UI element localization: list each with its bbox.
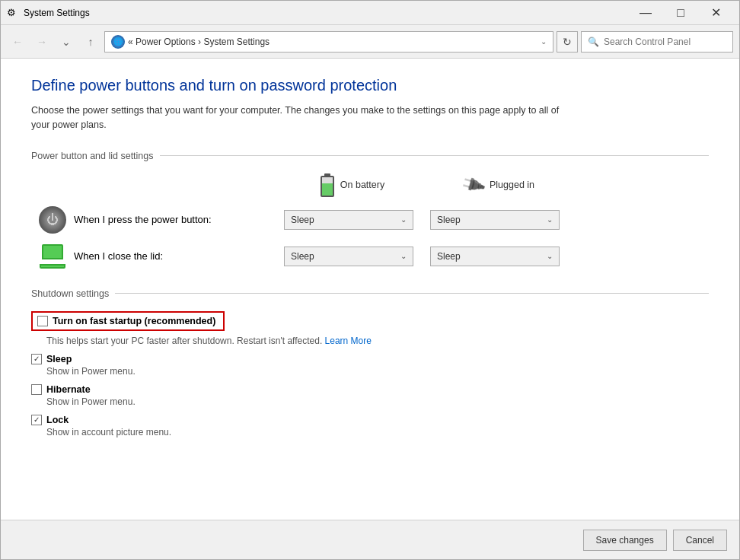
address-chevron-icon: ⌄ [541,37,547,46]
shutdown-section-label: Shutdown settings [31,288,109,299]
fast-startup-description: This helps start your PC faster after sh… [46,336,709,346]
up-button[interactable]: ↑ [80,31,101,52]
lid-plugged-chevron: ⌄ [547,252,553,260]
power-button-battery-value: Sleep [291,215,314,225]
window-title: System Settings [24,8,628,18]
globe-icon: 🌐 [111,35,125,49]
power-button-plugged-select[interactable]: Sleep ⌄ [430,210,560,230]
plug-icon: 🔌 [459,171,486,199]
address-field[interactable]: 🌐 « Power Options › System Settings ⌄ [104,31,553,52]
footer: Save changes Cancel [1,520,739,559]
lock-label: Lock [46,415,69,425]
sleep-checkbox[interactable]: ✓ [31,354,42,364]
breadcrumb-text: « Power Options › System Settings [128,37,537,47]
content-area: Define power buttons and turn on passwor… [1,59,739,520]
fast-startup-checkbox[interactable] [37,316,48,326]
settings-grid: On battery 🔌 Plugged in When I press the… [31,173,709,270]
battery-icon [321,173,334,197]
on-battery-header: On battery [284,173,421,197]
minimize-button[interactable]: — [628,1,663,25]
title-bar: ⚙ System Settings — □ ✕ [1,1,739,25]
lid-battery-select[interactable]: Sleep ⌄ [284,247,413,266]
learn-more-link[interactable]: Learn More [325,336,372,346]
lid-icon [39,243,66,270]
app-icon: ⚙ [7,7,19,19]
hibernate-label: Hibernate [46,384,91,395]
fast-startup-container: Turn on fast startup (recommended) This … [31,311,709,346]
search-icon: 🔍 [588,37,599,47]
fast-startup-box: Turn on fast startup (recommended) [31,311,225,331]
forward-button[interactable]: → [31,31,53,52]
lid-plugged-select[interactable]: Sleep ⌄ [430,247,560,266]
on-battery-label: On battery [340,180,384,190]
sleep-checkbox-area: ✓ Sleep [31,354,709,364]
cancel-button[interactable]: Cancel [673,530,727,551]
fast-startup-label: Turn on fast startup (recommended) [53,316,215,326]
power-button-row-label: When I press the power button: [31,206,275,234]
sleep-label: Sleep [46,354,72,364]
shutdown-section-header: Shutdown settings [31,288,709,299]
save-changes-button[interactable]: Save changes [583,530,667,551]
lid-battery-chevron: ⌄ [400,252,407,260]
window-controls: — □ ✕ [628,1,733,25]
dropdown-button[interactable]: ⌄ [56,31,77,52]
plugged-in-label: Plugged in [490,180,534,190]
lid-label: When I close the lid: [74,250,163,262]
battery-body [321,176,334,197]
window: ⚙ System Settings — □ ✕ ← → ⌄ ↑ 🌐 « Powe… [0,0,740,560]
address-bar: ← → ⌄ ↑ 🌐 « Power Options › System Setti… [1,25,739,59]
page-title: Define power buttons and turn on passwor… [31,77,709,94]
shutdown-section: Shutdown settings Turn on fast startup (… [31,288,709,438]
search-box[interactable]: 🔍 [581,31,733,52]
lock-checkbox[interactable]: ✓ [31,415,42,425]
lid-screen [42,244,63,259]
hibernate-checkbox[interactable] [31,384,42,395]
power-button-plugged-chevron: ⌄ [547,215,553,224]
power-button-battery-chevron: ⌄ [400,215,407,224]
lock-description: Show in account picture menu. [46,427,709,438]
power-button-battery-select[interactable]: Sleep ⌄ [284,210,413,230]
lid-plugged-value: Sleep [437,251,461,262]
hibernate-description: Show in Power menu. [46,396,709,407]
close-button[interactable]: ✕ [698,1,733,25]
power-icon [39,206,66,234]
back-button[interactable]: ← [7,31,28,52]
sleep-description: Show in Power menu. [46,366,709,377]
power-button-section-header: Power button and lid settings [31,151,709,161]
power-button-plugged-value: Sleep [437,215,461,225]
hibernate-checkbox-area: Hibernate [31,384,709,395]
lid-battery-value: Sleep [291,251,314,262]
maximize-button[interactable]: □ [663,1,698,25]
lid-row-label: When I close the lid: [31,243,275,270]
page-description: Choose the power settings that you want … [31,103,564,132]
lock-checkbox-area: ✓ Lock [31,415,709,425]
search-input[interactable] [604,37,726,47]
power-button-section-label: Power button and lid settings [31,151,154,161]
power-button-label: When I press the power button: [74,214,212,225]
plugged-in-header: 🔌 Plugged in [430,175,567,195]
refresh-button[interactable]: ↻ [557,31,578,52]
lid-base [40,264,65,269]
